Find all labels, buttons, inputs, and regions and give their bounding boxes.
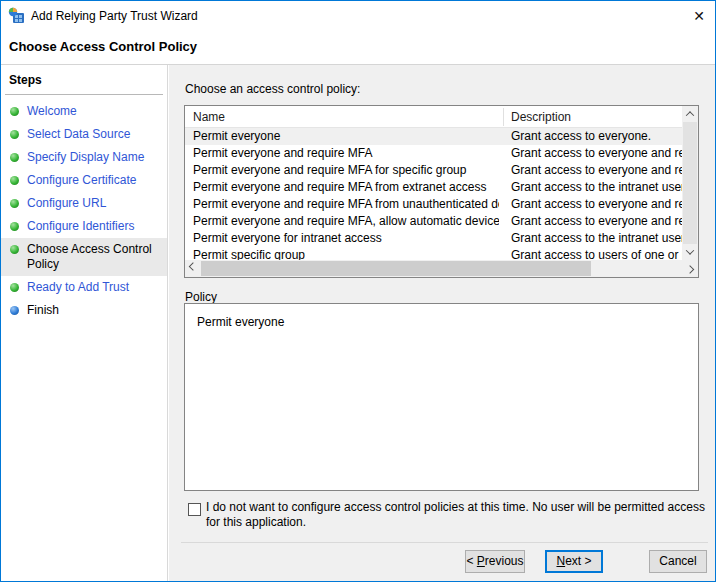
horizontal-scroll-thumb[interactable] xyxy=(201,261,591,276)
sidebar-item-configure-certificate[interactable]: Configure Certificate xyxy=(1,169,167,192)
step-bullet-icon xyxy=(10,107,19,116)
button-text: < xyxy=(466,554,476,568)
button-text: N xyxy=(556,554,565,568)
step-label: Configure Identifiers xyxy=(27,219,134,234)
cell-description: Grant access to everyone and requir xyxy=(511,196,682,213)
table-row[interactable]: Permit everyone and require MFA Grant ac… xyxy=(185,145,682,162)
button-text: ext > xyxy=(565,554,591,568)
step-bullet-icon xyxy=(10,199,19,208)
horizontal-scrollbar[interactable] xyxy=(185,260,698,277)
step-bullet-icon xyxy=(10,153,19,162)
table-row[interactable]: Permit everyone for intranet access Gran… xyxy=(185,230,682,247)
column-separator[interactable] xyxy=(503,108,504,126)
sidebar-item-welcome[interactable]: Welcome xyxy=(1,100,167,123)
cell-name: Permit specific group xyxy=(193,247,499,260)
table-row[interactable]: Permit everyone and require MFA, allow a… xyxy=(185,213,682,230)
skip-policy-checkbox-label[interactable]: I do not want to configure access contro… xyxy=(206,500,708,530)
table-row[interactable]: Permit everyone and require MFA from ext… xyxy=(185,179,682,196)
button-divider xyxy=(181,542,708,543)
sidebar-item-choose-access-control-policy[interactable]: Choose Access Control Policy xyxy=(1,238,167,276)
window-title: Add Relying Party Trust Wizard xyxy=(31,9,198,23)
vertical-scroll-thumb[interactable] xyxy=(683,122,697,244)
access-control-policy-list: Name Description Permit everyone Grant a… xyxy=(184,105,699,278)
cell-description: Grant access to the intranet users an xyxy=(511,179,682,196)
button-text: revious xyxy=(485,554,524,568)
cell-description: Grant access to everyone. xyxy=(511,128,682,145)
steps-header: Steps xyxy=(9,73,42,87)
table-row[interactable]: Permit specific group Grant access to us… xyxy=(185,247,682,260)
steps-divider xyxy=(5,94,163,95)
step-bullet-icon xyxy=(10,306,19,315)
next-button[interactable]: Next > xyxy=(545,550,603,573)
cell-description: Grant access to everyone and requir xyxy=(511,162,682,179)
cell-name: Permit everyone and require MFA for spec… xyxy=(193,162,499,179)
scroll-up-icon[interactable] xyxy=(682,106,698,122)
sidebar-item-select-data-source[interactable]: Select Data Source xyxy=(1,123,167,146)
wizard-window: Add Relying Party Trust Wizard ✕ Choose … xyxy=(0,0,716,582)
policy-value: Permit everyone xyxy=(197,315,284,329)
step-bullet-icon xyxy=(10,245,19,254)
list-rows: Permit everyone Grant access to everyone… xyxy=(185,128,682,260)
adfs-wizard-icon xyxy=(8,7,26,25)
scroll-left-icon[interactable] xyxy=(185,260,201,276)
policy-preview-box: Permit everyone xyxy=(184,303,699,491)
step-label: Select Data Source xyxy=(27,127,130,142)
sidebar-item-configure-identifiers[interactable]: Configure Identifiers xyxy=(1,215,167,238)
close-icon[interactable]: ✕ xyxy=(685,4,713,28)
list-header-row: Name Description xyxy=(185,106,698,128)
step-label: Choose Access Control Policy xyxy=(27,242,165,272)
step-bullet-icon xyxy=(10,283,19,292)
table-row[interactable]: Permit everyone and require MFA from una… xyxy=(185,196,682,213)
step-label: Configure URL xyxy=(27,196,106,211)
previous-button[interactable]: < Previous xyxy=(465,550,525,573)
cell-name: Permit everyone and require MFA xyxy=(193,145,499,162)
column-header-description[interactable]: Description xyxy=(511,110,571,124)
step-bullet-icon xyxy=(10,222,19,231)
scroll-down-icon[interactable] xyxy=(682,244,698,260)
skip-policy-checkbox[interactable] xyxy=(188,503,201,516)
vertical-scrollbar[interactable] xyxy=(682,106,698,260)
button-text: Cancel xyxy=(659,554,696,568)
step-label: Ready to Add Trust xyxy=(27,280,129,295)
steps-sidebar: Steps Welcome Select Data Source Specify… xyxy=(1,65,168,581)
cell-description: Grant access to users of one or more xyxy=(511,247,682,260)
sidebar-item-configure-url[interactable]: Configure URL xyxy=(1,192,167,215)
table-row[interactable]: Permit everyone Grant access to everyone… xyxy=(185,128,682,145)
policy-section-label: Policy xyxy=(185,290,217,304)
page-title: Choose Access Control Policy xyxy=(9,39,197,54)
table-row[interactable]: Permit everyone and require MFA for spec… xyxy=(185,162,682,179)
cell-name: Permit everyone for intranet access xyxy=(193,230,499,247)
cell-description: Grant access to the intranet users. xyxy=(511,230,682,247)
step-label: Specify Display Name xyxy=(27,150,144,165)
step-label: Welcome xyxy=(27,104,77,119)
cell-name: Permit everyone xyxy=(193,128,499,145)
cell-name: Permit everyone and require MFA, allow a… xyxy=(193,213,499,230)
step-label: Finish xyxy=(27,303,59,318)
step-label: Configure Certificate xyxy=(27,173,136,188)
cancel-button[interactable]: Cancel xyxy=(649,550,707,573)
scroll-right-icon[interactable] xyxy=(682,260,698,276)
column-header-name[interactable]: Name xyxy=(193,110,225,124)
cell-description: Grant access to everyone and requir xyxy=(511,213,682,230)
steps-list: Welcome Select Data Source Specify Displ… xyxy=(1,100,167,322)
sidebar-item-specify-display-name[interactable]: Specify Display Name xyxy=(1,146,167,169)
title-bar: Add Relying Party Trust Wizard ✕ xyxy=(1,1,715,31)
cell-name: Permit everyone and require MFA from una… xyxy=(193,196,499,213)
sidebar-item-finish[interactable]: Finish xyxy=(1,299,167,322)
policy-list-label: Choose an access control policy: xyxy=(185,82,360,96)
button-text: P xyxy=(477,554,485,568)
cell-name: Permit everyone and require MFA from ext… xyxy=(193,179,499,196)
step-bullet-icon xyxy=(10,130,19,139)
step-bullet-icon xyxy=(10,176,19,185)
sidebar-item-ready-to-add-trust[interactable]: Ready to Add Trust xyxy=(1,276,167,299)
cell-description: Grant access to everyone and requir xyxy=(511,145,682,162)
